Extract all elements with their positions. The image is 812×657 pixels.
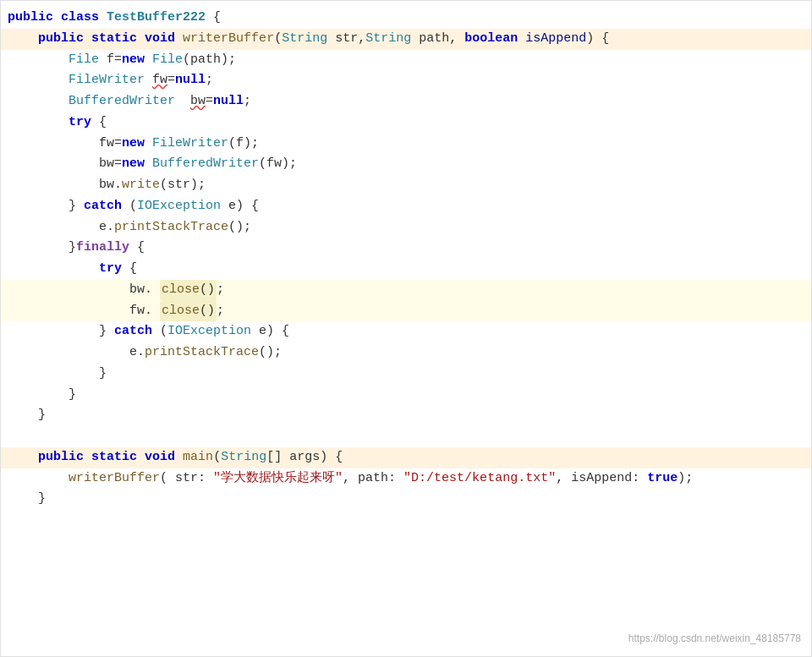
string-path: "D:/test/ketang.txt": [403, 468, 556, 490]
code-line-15: fw. close();: [1, 301, 811, 322]
code-line-19: }: [1, 385, 811, 406]
method-close2: close: [162, 304, 200, 318]
string-str: "学大数据快乐起来呀": [213, 468, 343, 490]
code-line-14: bw. close();: [1, 280, 811, 301]
method-printStackTrace2: printStackTrace: [145, 342, 259, 364]
var-fw: fw: [152, 70, 167, 91]
code-line-6: try {: [1, 112, 811, 134]
param-isAppend: isAppend: [525, 29, 586, 50]
keyword-null1: null: [175, 70, 206, 91]
var-bw: bw: [190, 91, 206, 112]
keyword-static: static: [91, 29, 137, 50]
class-name: TestBuffer222: [107, 8, 206, 29]
type-BufferedWriter2: BufferedWriter: [152, 154, 259, 175]
method-printStackTrace1: printStackTrace: [114, 217, 228, 238]
code-line-12: } finally {: [1, 238, 811, 259]
code-line-4: FileWriter fw = null ;: [1, 70, 811, 91]
code-line-23: writerBuffer ( str: "学大数据快乐起来呀" , path: …: [1, 468, 811, 490]
code-line-21: [1, 426, 811, 447]
code-line-3: File f= new File (path);: [1, 50, 811, 71]
keyword-new3: new: [122, 154, 145, 175]
keyword-true: true: [647, 468, 678, 490]
keyword-public: public: [8, 8, 53, 29]
keyword-class: class: [61, 8, 99, 29]
keyword-public2: public: [38, 29, 84, 50]
type-FileWriter: FileWriter: [69, 70, 145, 91]
highlight-close1: close(): [160, 280, 217, 301]
watermark: https://blog.csdn.net/weixin_48185778: [628, 631, 801, 648]
type-IOException1: IOException: [137, 196, 221, 217]
type-File2: File: [152, 50, 183, 71]
keyword-public3: public: [38, 447, 84, 468]
type-File: File: [69, 50, 99, 71]
keyword-new2: new: [122, 134, 145, 155]
method-writerBuffer: writerBuffer: [183, 29, 274, 50]
code-line-18: }: [1, 364, 811, 385]
code-line-10: } catch ( IOException e) {: [1, 196, 811, 217]
keyword-try1: try: [69, 112, 91, 134]
code-line-24: }: [1, 489, 811, 510]
keyword-void: void: [145, 29, 175, 50]
type-String1: String: [282, 29, 327, 50]
code-line-17: e. printStackTrace ();: [1, 342, 811, 364]
keyword-catch1: catch: [84, 196, 122, 217]
type-String3: String: [221, 447, 266, 468]
type-BufferedWriter: BufferedWriter: [69, 91, 175, 112]
code-line-9: bw. write (str);: [1, 175, 811, 196]
code-line-16: } catch ( IOException e) {: [1, 321, 811, 342]
code-line-13: try {: [1, 259, 811, 280]
keyword-finally: finally: [76, 238, 129, 259]
keyword-void2: void: [145, 447, 175, 468]
highlight-close2: close(): [160, 301, 217, 322]
keyword-catch2: catch: [114, 321, 152, 342]
type-FileWriter2: FileWriter: [152, 134, 228, 155]
code-line-2: public static void writerBuffer ( String…: [1, 29, 811, 50]
code-line-22: public static void main ( String [] args…: [1, 447, 811, 468]
code-line-11: e. printStackTrace ();: [1, 217, 811, 238]
code-line-1: public class TestBuffer222 {: [1, 8, 811, 29]
type-IOException2: IOException: [167, 321, 251, 342]
code-line-20: }: [1, 405, 811, 426]
type-String2: String: [365, 29, 411, 50]
keyword-try2: try: [99, 259, 122, 280]
code-container: public class TestBuffer222 { public stat…: [0, 0, 812, 657]
method-writerBuffer2: writerBuffer: [69, 468, 160, 490]
code-line-8: bw= new BufferedWriter (fw);: [1, 154, 811, 175]
keyword-static2: static: [91, 447, 137, 468]
keyword-boolean: boolean: [464, 29, 518, 50]
method-main: main: [183, 447, 213, 468]
keyword-new1: new: [122, 50, 145, 71]
code-line-7: fw= new FileWriter (f);: [1, 134, 811, 155]
method-write: write: [122, 175, 160, 196]
keyword-null2: null: [213, 91, 244, 112]
code-line-5: BufferedWriter bw = null ;: [1, 91, 811, 112]
method-close1: close: [162, 282, 200, 297]
